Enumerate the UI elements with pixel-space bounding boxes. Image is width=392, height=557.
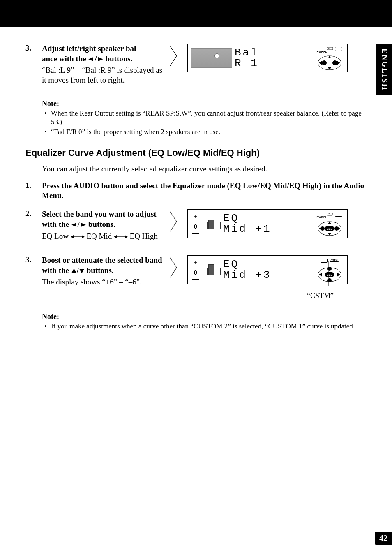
eq-seq-a: EQ Low [42,232,71,240]
balance-slider-graphic [191,48,232,68]
step-title: Press the AUDIO button and select the Eq… [42,181,367,201]
display-text: EQ Mid +3 [223,259,315,280]
eq-step2-row: 2. Select the band you want to adjust wi… [25,209,367,245]
pwrfl-label: PWRFL [317,216,327,219]
svg-marker-31 [337,273,340,277]
left-arrow-icon [71,220,77,230]
step-number: 2. [25,209,42,218]
svg-marker-21 [328,233,331,236]
eq-step1-row: 1. Press the AUDIO button and select the… [25,181,367,201]
step-title-part-c: buttons. [104,54,133,63]
minus-icon [192,233,199,234]
svg-marker-17 [125,235,128,238]
eq-seq-b: EQ Mid [85,232,114,240]
display-line2: Mid +1 [223,223,272,235]
plus-minus-icons: + 0 [191,259,200,280]
svg-marker-4 [328,56,331,58]
display-text: EQ Mid +1 [223,213,315,234]
language-tab: ENGLISH [376,44,392,95]
note-block-1: Note: When the Rear Output setting is “R… [42,99,367,136]
eq-bar-graphic [202,264,221,275]
eq-sequence: EQ Low EQ Mid EQ High [42,232,165,242]
svg-marker-28 [79,269,84,273]
eq-bar-graphic [202,218,221,229]
step-title: Adjust left/right speaker bal- ance with… [42,44,165,65]
plus-icon: + [194,213,197,220]
section-intro: You can adjust the currently selected eq… [42,164,367,173]
plus-minus-icons: + 0 [191,213,200,234]
step-title-b: buttons. [86,220,115,229]
step-body: The display shows “+6” – “–6”. [42,277,165,287]
svg-marker-27 [71,268,76,273]
svg-point-8 [322,60,327,65]
balance-step-row: 3. Adjust left/right speaker bal- ance w… [25,44,367,89]
left-arrow-icon [88,54,94,65]
svg-marker-6 [319,61,322,65]
step-number: 3. [25,255,42,264]
step-title: Boost or attenuate the selected band wit… [42,255,165,276]
svg-marker-1 [98,57,103,61]
pointer-icon [168,44,180,68]
svg-marker-5 [328,67,331,70]
note-title: Note: [42,312,367,321]
pointer-icon [168,209,180,234]
right-arrow-icon [97,54,103,65]
note-item: When the Rear Output setting is “REAR SP… [44,109,367,127]
note-item: If you make adjustments when a curve oth… [44,322,367,331]
step-number: 1. [25,181,42,190]
svg-marker-0 [88,57,93,61]
note-text: If you make adjustments when a curve oth… [51,322,355,331]
dpad-lr-icon [317,55,342,71]
svg-marker-14 [82,235,85,238]
display-line2: Mid +3 [223,269,272,281]
svg-marker-20 [328,222,331,224]
pointer-icon [168,255,180,280]
note-text: “Fad F/R 0” is the proper setting when 2… [51,127,220,136]
card-icon [335,213,342,217]
svg-point-25 [321,226,325,231]
svg-point-9 [332,60,337,65]
page-number-badge: 42 [375,532,392,545]
note-title: Note: [42,99,367,108]
svg-marker-11 [81,223,86,227]
minus-icon [192,279,199,280]
double-arrow-icon [114,232,128,241]
display-text: Bal R 1 [235,47,315,69]
cstm-callout-line [325,261,333,288]
display-line2: R 1 [235,57,259,69]
svg-marker-16 [114,235,117,238]
sel-label: SEL [327,227,332,230]
zero-icon: 0 [194,223,197,230]
lcd-display-eq-select: + 0 EQ Mid +1 PWRFL [187,209,348,238]
step-number: 3. [25,44,42,53]
svg-marker-10 [71,223,76,227]
note-item: “Fad F/R 0” is the proper setting when 2… [44,127,367,136]
display-icon-cluster: PWRFL [315,47,344,69]
display-icon-cluster: PWRFL SEL [315,213,344,235]
svg-point-26 [334,226,339,231]
step-title-part-b: ance with the [42,54,88,63]
lcd-display-balance: Bal R 1 PWRFL [187,44,348,72]
step-title-part-a: Adjust left/right speaker bal- [42,44,139,53]
down-arrow-icon [79,266,84,276]
note-block-2: Note: If you make adjustments when a cur… [42,312,367,331]
pwrfl-label: PWRFL [317,50,327,53]
svg-marker-30 [319,273,322,277]
page-content: 3. Adjust left/right speaker bal- ance w… [0,27,392,331]
header-black-bar [0,0,392,27]
eq-seq-c: EQ High [128,232,158,240]
lcd-display-eq-adjust: + 0 EQ Mid +3 CSTM [187,255,348,284]
cstm-label: “CSTM” [183,291,334,300]
card-icon [335,47,342,51]
right-arrow-icon [80,220,86,230]
up-arrow-icon [71,266,76,276]
step-title-b: buttons. [85,266,114,275]
note-text: When the Rear Output setting is “REAR SP… [51,109,367,127]
dpad-sel-lr-icon: SEL [317,221,342,236]
svg-marker-7 [337,61,340,65]
step-body: “Bal :L 9” – “Bal :R 9” is displayed as … [42,65,165,86]
double-arrow-icon [71,232,85,241]
step-title: Select the band you want to adjust with … [42,209,165,230]
eq-step3-row: 3. Boost or attenuate the selected band … [25,255,367,300]
zero-icon: 0 [194,269,197,276]
